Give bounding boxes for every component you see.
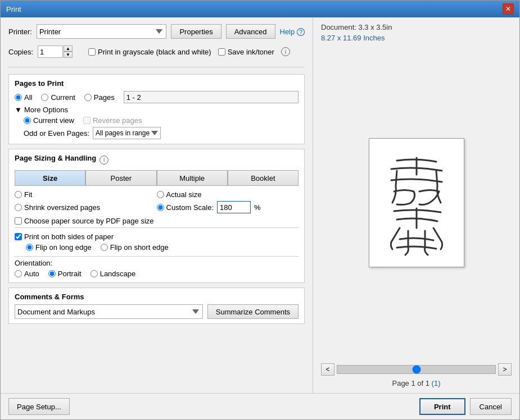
- booklet-tab[interactable]: Booklet: [228, 170, 299, 186]
- all-radio[interactable]: [15, 94, 22, 101]
- auto-radio[interactable]: [15, 270, 22, 277]
- pages-radio[interactable]: [84, 94, 92, 101]
- page-size: 8.27 x 11.69 Inches: [321, 34, 512, 42]
- calligraphy-preview: [380, 149, 453, 256]
- comments-row: Document and Markups Document Form field…: [15, 304, 299, 319]
- paper-source-checkbox[interactable]: [15, 217, 22, 225]
- fit-radio[interactable]: [15, 191, 22, 198]
- flip-long-label[interactable]: Flip on long edge: [26, 243, 92, 252]
- right-panel: Document: 3.3 x 3.5in 8.27 x 11.69 Inche…: [313, 17, 519, 393]
- copies-row: Copies: ▲ ▼ Print in grayscale (black an…: [8, 45, 305, 58]
- orientation-section: Orientation: Auto Portrait Landscape: [15, 259, 299, 278]
- paper-source-label[interactable]: Choose paper source by PDF page size: [15, 217, 299, 225]
- printer-select[interactable]: Printer: [37, 24, 167, 39]
- comments-select[interactable]: Document and Markups Document Form field…: [15, 304, 203, 319]
- odd-even-select[interactable]: All pages in range Even pages only Odd p…: [93, 127, 161, 139]
- properties-button[interactable]: Properties: [171, 24, 221, 39]
- doc-info: Document: 3.3 x 3.5in: [321, 23, 512, 31]
- pages-radio-label[interactable]: Pages: [84, 93, 115, 102]
- flip-long-radio[interactable]: [26, 244, 33, 251]
- grayscale-checkbox[interactable]: [88, 48, 96, 56]
- more-options-content: Current view Reverse pages Odd or Even P…: [15, 116, 299, 139]
- copies-spinner: ▲ ▼: [64, 45, 73, 58]
- left-panel: Printer: Printer Properties Advanced Hel…: [1, 17, 313, 393]
- title-bar: Print ✕: [1, 1, 519, 17]
- page-preview: [369, 138, 464, 267]
- page-indicator: Page 1 of 1 (1): [321, 379, 512, 387]
- flip-short-radio[interactable]: [101, 244, 108, 251]
- flip-short-label[interactable]: Flip on short edge: [101, 243, 169, 252]
- main-content: Printer: Printer Properties Advanced Hel…: [1, 17, 519, 393]
- custom-scale-radio-label[interactable]: Custom Scale:: [157, 203, 214, 212]
- actual-size-label[interactable]: Actual size: [157, 190, 299, 199]
- fit-label[interactable]: Fit: [15, 190, 157, 199]
- bottom-right-buttons: Print Cancel: [419, 398, 512, 415]
- all-radio-label[interactable]: All: [15, 93, 32, 102]
- scale-input[interactable]: [217, 201, 251, 213]
- page-sizing-title: Page Sizing & Handling: [15, 154, 96, 162]
- page-sizing-info-icon[interactable]: i: [100, 156, 108, 165]
- help-link[interactable]: Help ?: [280, 28, 305, 36]
- print-button[interactable]: Print: [419, 398, 465, 415]
- reverse-pages-label[interactable]: Reverse pages: [83, 116, 142, 125]
- save-ink-label[interactable]: Save ink/toner: [218, 48, 274, 56]
- prev-page-button[interactable]: <: [321, 363, 334, 376]
- two-sided-checkbox[interactable]: [15, 233, 22, 240]
- two-sided-section: Print on both sides of paper Flip on lon…: [15, 230, 299, 254]
- bottom-bar: Page Setup... Print Cancel: [1, 393, 519, 419]
- size-tabs-row: Size Poster Multiple Booklet: [15, 170, 299, 186]
- odd-even-row: Odd or Even Pages: All pages in range Ev…: [24, 127, 299, 139]
- pages-title: Pages to Print: [15, 79, 299, 88]
- pages-range-input[interactable]: [124, 91, 299, 103]
- comments-title: Comments & Forms: [15, 293, 299, 301]
- actual-size-radio[interactable]: [157, 191, 164, 198]
- grayscale-label[interactable]: Print in grayscale (black and white): [88, 48, 211, 56]
- current-radio-label[interactable]: Current: [41, 93, 75, 102]
- preview-area: [321, 47, 512, 359]
- page-setup-button[interactable]: Page Setup...: [8, 398, 70, 415]
- shrink-label[interactable]: Shrink oversized pages: [15, 201, 157, 213]
- nav-row: < >: [321, 363, 512, 376]
- cancel-button[interactable]: Cancel: [470, 398, 512, 415]
- copies-input[interactable]: [38, 45, 63, 58]
- print-dialog: Print ✕ Printer: Printer Properties Adva…: [0, 0, 520, 420]
- save-ink-checkbox[interactable]: [218, 48, 225, 56]
- pages-section: Pages to Print All Current Pages: [8, 74, 305, 144]
- auto-orientation-label[interactable]: Auto: [15, 270, 39, 278]
- size-tab[interactable]: Size: [15, 170, 85, 186]
- printer-label: Printer:: [8, 28, 32, 36]
- page-sizing-section: Page Sizing & Handling i Size Poster Mul…: [8, 149, 305, 283]
- custom-scale-row: Custom Scale: %: [157, 201, 299, 213]
- more-options-toggle[interactable]: ▼ More Options: [15, 106, 299, 114]
- current-view-label[interactable]: Current view: [24, 116, 74, 125]
- info-icon[interactable]: i: [281, 47, 290, 56]
- comments-section: Comments & Forms Document and Markups Do…: [8, 287, 305, 324]
- printer-row: Printer: Printer Properties Advanced Hel…: [8, 24, 305, 39]
- landscape-radio[interactable]: [91, 270, 98, 277]
- window-title: Print: [6, 5, 21, 13]
- portrait-label[interactable]: Portrait: [48, 270, 82, 278]
- page-slider[interactable]: [337, 365, 496, 374]
- advanced-button[interactable]: Advanced: [226, 24, 275, 39]
- portrait-radio[interactable]: [48, 270, 56, 277]
- sizing-options: Fit Actual size Shrink oversized pages C…: [15, 190, 299, 213]
- custom-scale-radio[interactable]: [157, 204, 164, 211]
- copies-label: Copies:: [8, 48, 33, 56]
- shrink-radio[interactable]: [15, 204, 22, 211]
- copies-down[interactable]: ▼: [64, 52, 73, 58]
- multiple-tab[interactable]: Multiple: [157, 170, 228, 186]
- current-view-radio[interactable]: [24, 117, 31, 124]
- close-button[interactable]: ✕: [503, 3, 514, 15]
- summarize-comments-button[interactable]: Summarize Comments: [207, 304, 299, 319]
- reverse-pages-checkbox[interactable]: [83, 117, 91, 124]
- two-sided-label[interactable]: Print on both sides of paper: [15, 232, 299, 241]
- current-radio[interactable]: [41, 94, 48, 101]
- next-page-button[interactable]: >: [498, 363, 512, 376]
- pages-radio-row: All Current Pages: [15, 91, 299, 103]
- poster-tab[interactable]: Poster: [85, 170, 156, 186]
- copies-up[interactable]: ▲: [64, 45, 73, 52]
- landscape-label[interactable]: Landscape: [91, 270, 136, 278]
